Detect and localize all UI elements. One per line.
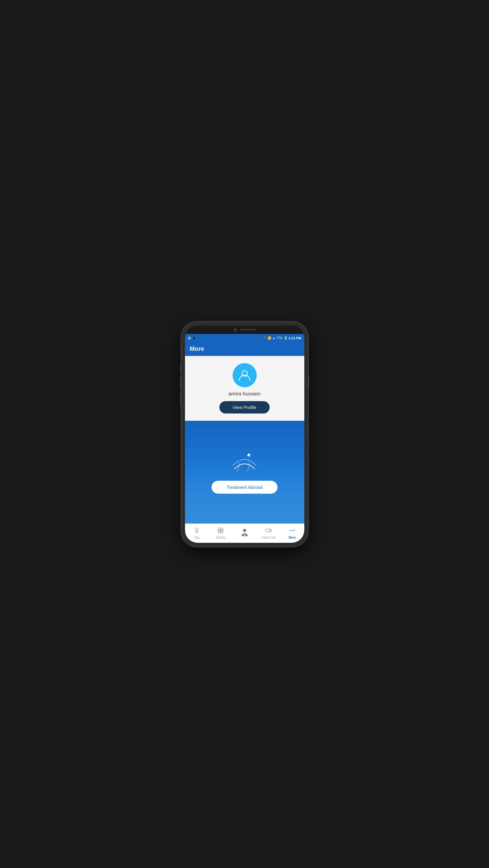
- svg-point-1: [196, 528, 198, 531]
- status-right-info: 📍 📶 ▲ 77% 🔋 2:13 PM: [263, 336, 301, 340]
- svg-point-14: [293, 530, 295, 531]
- svg-rect-6: [218, 531, 220, 533]
- tips-icon: [193, 527, 200, 535]
- front-camera: [234, 328, 237, 331]
- svg-rect-7: [221, 531, 223, 533]
- more-icon: [289, 527, 296, 535]
- volume-up-button: [180, 376, 182, 390]
- username-label: amira hussein: [229, 391, 261, 397]
- phone-device: 🖼 📱 📍 📶 ▲ 77% 🔋 2:13 PM More: [182, 322, 308, 547]
- svg-rect-11: [266, 529, 270, 532]
- videocall-label: Video Call: [262, 536, 275, 539]
- volume-down-button: [180, 393, 182, 406]
- volume-silent-button: [180, 364, 182, 373]
- clock: 2:13 PM: [289, 336, 301, 340]
- svg-rect-4: [218, 528, 220, 530]
- signal-icon: ▲: [272, 336, 275, 340]
- videocall-icon: [265, 527, 272, 535]
- battery-percent: 77%: [276, 336, 283, 340]
- profile-section: amira hussein View Profile: [185, 356, 304, 421]
- treatment-abroad-button[interactable]: Treatment Abroad: [211, 481, 278, 494]
- location-icon: 📍: [263, 336, 266, 340]
- bottom-navigation: Tips Nearby: [185, 524, 304, 543]
- avatar-icon: [237, 368, 252, 382]
- status-left-icons: 🖼 📱: [188, 337, 196, 340]
- nearby-icon: [217, 527, 224, 535]
- app-header: More: [185, 342, 304, 356]
- globe-airplane-icon: [230, 451, 260, 475]
- wifi-icon: 📶: [267, 336, 271, 340]
- svg-point-8: [243, 529, 246, 532]
- treatment-abroad-icon-container: [230, 451, 260, 476]
- nearby-label: Nearby: [216, 536, 225, 539]
- earpiece-speaker: [240, 329, 256, 331]
- phone-notification-icon: 📱: [193, 337, 196, 340]
- battery-icon: 🔋: [284, 336, 287, 340]
- app-content: amira hussein View Profile: [185, 356, 304, 524]
- nav-item-tips[interactable]: Tips: [185, 527, 209, 539]
- nav-item-doctor[interactable]: [233, 528, 256, 539]
- nav-item-videocall[interactable]: Video Call: [256, 527, 280, 539]
- svg-point-13: [292, 530, 293, 531]
- phone-screen: 🖼 📱 📍 📶 ▲ 77% 🔋 2:13 PM More: [185, 326, 304, 543]
- treatment-abroad-section: Treatment Abroad: [185, 421, 304, 524]
- svg-rect-5: [221, 528, 223, 530]
- tips-label: Tips: [194, 536, 200, 539]
- page-title: More: [190, 345, 299, 352]
- nav-item-more[interactable]: More: [280, 527, 304, 539]
- doctor-icon: [240, 528, 250, 539]
- image-notification-icon: 🖼: [188, 337, 191, 340]
- power-button: [308, 376, 309, 388]
- nav-item-nearby[interactable]: Nearby: [209, 527, 233, 539]
- view-profile-button[interactable]: View Profile: [219, 401, 270, 413]
- phone-top-decoration: [185, 326, 304, 334]
- svg-point-12: [290, 530, 291, 531]
- more-label: More: [289, 536, 296, 539]
- avatar: [233, 363, 257, 387]
- status-bar: 🖼 📱 📍 📶 ▲ 77% 🔋 2:13 PM: [185, 334, 304, 342]
